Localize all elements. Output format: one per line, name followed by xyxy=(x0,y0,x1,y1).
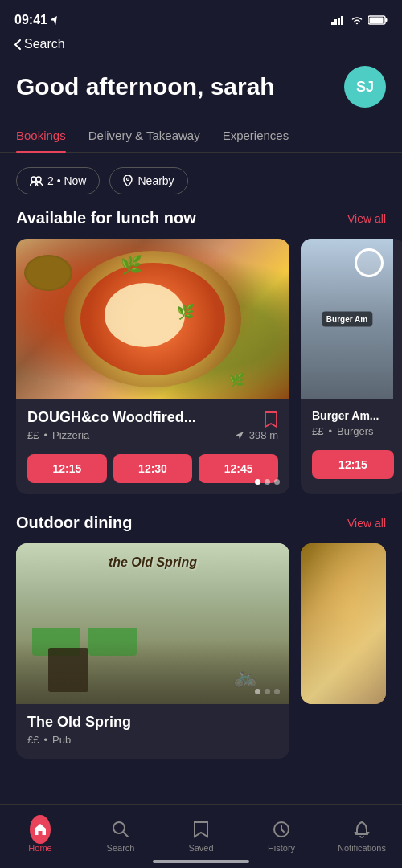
dough-co-dots xyxy=(255,479,280,485)
back-arrow-icon xyxy=(14,39,21,50)
outdoor-view-all[interactable]: View all xyxy=(347,517,386,530)
search-icon xyxy=(112,821,129,838)
status-icons xyxy=(331,15,388,25)
dough-co-distance: 398 m xyxy=(249,429,278,441)
dough-co-slots: 12:15 12:30 12:45 xyxy=(16,454,289,494)
nav-search[interactable]: Search xyxy=(80,805,161,860)
avatar[interactable]: SJ xyxy=(344,66,386,108)
dough-co-price: ££ xyxy=(27,429,39,441)
outdoor-section-title: Outdoor dining xyxy=(16,514,132,532)
status-time: 09:41 xyxy=(14,13,59,27)
old-spring-card[interactable]: the Old Spring 🚲 The Ol xyxy=(16,543,289,759)
home-active-indicator xyxy=(30,815,51,844)
burger-am-overlay-text: Burger Am xyxy=(322,312,372,327)
saved-label: Saved xyxy=(188,843,213,853)
slot-12-15[interactable]: 12:15 xyxy=(27,454,107,483)
old-spring-dots xyxy=(255,689,280,694)
svg-rect-3 xyxy=(341,16,343,25)
signal-icon xyxy=(331,15,346,25)
bowl-decoration xyxy=(24,255,72,291)
notifications-label: Notifications xyxy=(338,843,386,853)
people-icon xyxy=(30,176,43,186)
bell-icon xyxy=(354,821,370,838)
home-indicator xyxy=(153,860,249,863)
back-nav[interactable]: Search xyxy=(0,35,402,58)
dough-co-info: DOUGH&co Woodfired... ££ • Pizzeria xyxy=(16,399,289,454)
lunch-cards-scroll: 🌿 🌿 🌿 DOUGH&co Woodfired... xyxy=(0,239,402,494)
lunch-view-all[interactable]: View all xyxy=(347,212,386,225)
home-icon xyxy=(34,823,47,836)
filters-row: 2 • Now Nearby xyxy=(0,153,402,209)
bicycle: 🚲 xyxy=(233,665,257,688)
burger-am-meta: ££ • Burgers xyxy=(312,425,394,437)
dot-3 xyxy=(274,479,280,485)
outdoor-cards-scroll: the Old Spring 🚲 The Ol xyxy=(0,543,402,759)
nav-home[interactable]: Home xyxy=(0,805,80,860)
time-display: 09:41 xyxy=(14,13,47,27)
svg-point-9 xyxy=(127,178,129,181)
outdoor-section: Outdoor dining View all the Old Spring 🚲 xyxy=(0,514,402,759)
greeting-text: Good afternoon, sarah xyxy=(16,72,275,101)
basil-3: 🌿 xyxy=(229,372,245,387)
tabs-bar: Bookings Delivery & Takeaway Experiences xyxy=(0,121,402,153)
burger-am-name: Burger Am... xyxy=(312,409,394,422)
basil-2: 🌿 xyxy=(177,303,195,321)
slot-12-30[interactable]: 12:30 xyxy=(113,454,193,483)
dot-2 xyxy=(265,479,270,485)
tab-experiences[interactable]: Experiences xyxy=(211,121,301,152)
outdoor-section-header: Outdoor dining View all xyxy=(0,514,402,543)
svg-rect-6 xyxy=(370,17,384,23)
burger-am-image: Burger Am xyxy=(301,239,393,399)
old-spring-cuisine: Pub xyxy=(52,734,71,746)
svg-rect-1 xyxy=(334,19,337,25)
notifications-icon-container xyxy=(351,819,372,840)
burger-am-info: Burger Am... ££ • Burgers xyxy=(301,399,402,450)
lunch-section-title: Available for lunch now xyxy=(16,209,196,227)
basil-1: 🌿 xyxy=(121,255,142,276)
bookmark-icon[interactable] xyxy=(264,411,278,428)
location-arrow-icon xyxy=(51,15,59,25)
status-bar: 09:41 xyxy=(0,0,402,35)
tab-delivery[interactable]: Delivery & Takeaway xyxy=(77,121,211,152)
burger-am-card[interactable]: Burger Am Burger Am... ££ • Burgers 12:1… xyxy=(301,239,402,494)
history-icon xyxy=(273,821,290,838)
svg-point-7 xyxy=(31,177,36,182)
nearby-filter[interactable]: Nearby xyxy=(109,167,187,194)
nearby-filter-label: Nearby xyxy=(137,174,174,187)
wifi-icon xyxy=(351,15,363,25)
bottom-nav: Home Search Saved History xyxy=(0,804,402,868)
history-label: History xyxy=(268,843,295,853)
burger-slot-12-15[interactable]: 12:15 xyxy=(312,450,394,479)
tab-bookings[interactable]: Bookings xyxy=(16,121,77,152)
dot-1 xyxy=(255,479,260,485)
nav-history[interactable]: History xyxy=(241,805,322,860)
search-label: Search xyxy=(107,843,135,853)
home-label: Home xyxy=(28,843,51,853)
pizza-cheese xyxy=(105,283,185,347)
burger-am-price: ££ xyxy=(312,425,323,437)
header: Good afternoon, sarah SJ xyxy=(0,58,402,121)
search-icon-container xyxy=(110,819,131,840)
circle-decoration xyxy=(355,248,384,277)
old-spring-image: the Old Spring 🚲 xyxy=(16,543,289,704)
burger-am-cuisine: Burgers xyxy=(337,425,374,437)
dough-co-image: 🌿 🌿 🌿 xyxy=(16,239,289,399)
party-filter[interactable]: 2 • Now xyxy=(16,167,100,194)
location-pin-icon xyxy=(123,175,133,186)
old-spring-name: The Old Spring xyxy=(27,714,278,731)
party-filter-label: 2 • Now xyxy=(47,174,86,187)
dough-co-name: DOUGH&co Woodfired... xyxy=(27,409,196,426)
home-icon-container xyxy=(30,819,51,840)
old-spring-meta: ££ • Pub xyxy=(27,734,278,746)
saved-icon-container xyxy=(191,819,211,840)
history-icon-container xyxy=(271,819,292,840)
battery-icon xyxy=(368,15,388,25)
old-spring-info: The Old Spring ££ • Pub xyxy=(16,704,289,759)
dough-co-card[interactable]: 🌿 🌿 🌿 DOUGH&co Woodfired... xyxy=(16,239,289,494)
burger-am-slots: 12:15 xyxy=(301,450,402,490)
outdoor-second-card[interactable] xyxy=(301,543,386,704)
dough-co-cuisine: Pizzeria xyxy=(52,429,89,441)
nav-saved[interactable]: Saved xyxy=(161,805,241,860)
nav-notifications[interactable]: Notifications xyxy=(322,805,402,860)
saved-icon xyxy=(193,821,209,838)
